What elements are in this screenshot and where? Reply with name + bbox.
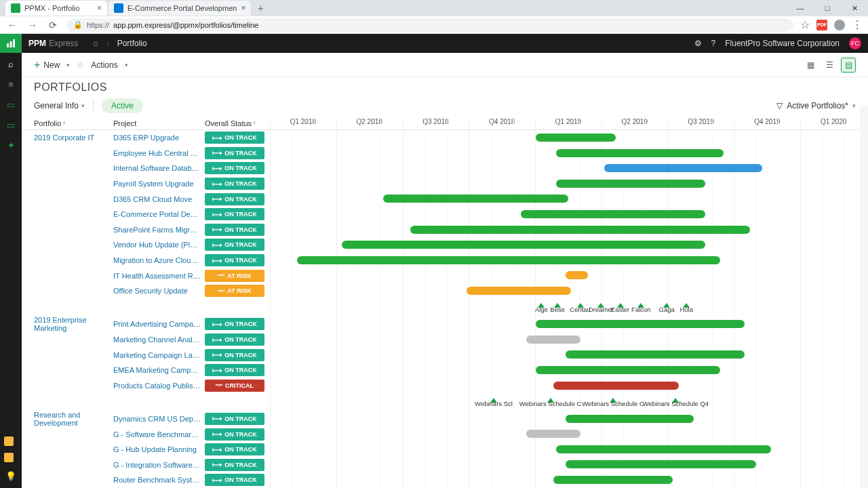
project-cell[interactable]: D365 CRM Cloud Move bbox=[113, 195, 205, 203]
project-cell[interactable]: Marketing Channel Analysis bbox=[113, 336, 205, 344]
project-cell[interactable]: IT Health Assessment Repor... bbox=[113, 272, 205, 280]
general-info-dropdown[interactable]: General Info ▾ bbox=[34, 101, 85, 110]
project-row[interactable]: G - Software Benchmarking ...⟼ON TRACK bbox=[22, 426, 868, 442]
browser-menu-icon[interactable]: ⋮ bbox=[852, 18, 863, 31]
back-button[interactable]: ← bbox=[5, 20, 19, 30]
status-badge[interactable]: ⟼ON TRACK bbox=[205, 318, 264, 330]
status-badge[interactable]: ⟼ON TRACK bbox=[205, 178, 264, 190]
project-cell[interactable]: Migration to Azure Cloud In... bbox=[113, 256, 205, 264]
actions-caret[interactable]: ▾ bbox=[125, 62, 128, 68]
timeline-bar[interactable] bbox=[467, 287, 571, 295]
status-badge[interactable]: 〰CRITICAL bbox=[205, 380, 264, 392]
forward-button[interactable]: → bbox=[26, 20, 39, 30]
actions-button[interactable]: Actions bbox=[91, 60, 117, 70]
status-badge[interactable]: ⟼ON TRACK bbox=[205, 459, 264, 471]
status-badge[interactable]: ⟼ON TRACK bbox=[205, 147, 264, 159]
timeline-bar[interactable] bbox=[297, 256, 721, 264]
project-cell[interactable]: Vendor Hub Update (Planni... bbox=[113, 241, 205, 249]
help-icon[interactable]: ? bbox=[711, 39, 716, 48]
timeline-bar[interactable] bbox=[342, 241, 706, 249]
project-cell[interactable]: Payroll System Upgrade bbox=[113, 180, 205, 188]
project-row[interactable]: Products Catalog Publishing〰CRITICAL bbox=[22, 378, 868, 394]
win-close[interactable]: ✕ bbox=[841, 0, 868, 16]
project-cell[interactable]: D365 ERP Upgrade bbox=[113, 134, 205, 142]
status-badge[interactable]: ⟼ON TRACK bbox=[205, 239, 264, 251]
status-badge[interactable]: ⟼ON TRACK bbox=[205, 364, 264, 376]
status-badge[interactable]: ⟼ON TRACK bbox=[205, 333, 264, 346]
browser-tab-2[interactable]: E-Commerce Portal Developmen × bbox=[108, 1, 251, 16]
user-avatar[interactable]: FC bbox=[849, 37, 861, 49]
project-row[interactable]: EMEA Marketing Campaign ...⟼ON TRACK bbox=[22, 363, 868, 378]
win-maximize[interactable]: □ bbox=[814, 0, 841, 16]
project-row[interactable]: Office Security Update〰AT RISK bbox=[22, 283, 868, 299]
breadcrumb-portfolio[interactable]: Portfolio bbox=[117, 39, 147, 48]
view-timeline-button[interactable]: ▤ bbox=[841, 58, 856, 73]
timeline-bar[interactable] bbox=[536, 320, 745, 328]
new-button[interactable]: + New bbox=[34, 59, 60, 71]
status-badge[interactable]: ⟼ON TRACK bbox=[205, 131, 264, 144]
win-minimize[interactable]: — bbox=[787, 0, 814, 16]
gear-icon[interactable]: ⚙ bbox=[694, 39, 702, 48]
project-row[interactable]: Router Benchmark System U...⟼ON TRACK bbox=[22, 472, 868, 488]
project-cell[interactable]: G - Integration Software De... bbox=[113, 461, 205, 469]
status-badge[interactable]: 〰AT RISK bbox=[205, 270, 264, 282]
project-cell[interactable]: G - Hub Update Planning bbox=[113, 445, 205, 453]
project-row[interactable]: 2019 Corporate ITD365 ERP Upgrade⟼ON TRA… bbox=[22, 130, 868, 146]
status-badge[interactable]: 〰AT RISK bbox=[205, 285, 264, 297]
project-row[interactable]: G - Integration Software De...⟼ON TRACK bbox=[22, 457, 868, 472]
timeline-bar[interactable] bbox=[566, 415, 694, 423]
hdr-portfolio[interactable]: Portfolio↑ bbox=[22, 117, 113, 129]
star-icon[interactable]: ☆ bbox=[800, 18, 810, 31]
project-cell[interactable]: Products Catalog Publishing bbox=[113, 382, 205, 390]
view-cards-button[interactable]: ▦ bbox=[803, 58, 818, 73]
project-cell[interactable]: Router Benchmark System U... bbox=[113, 476, 205, 484]
project-row[interactable]: E-Commerce Portal Develop...⟼ON TRACK bbox=[22, 207, 868, 222]
profile-avatar[interactable] bbox=[834, 20, 845, 30]
project-row[interactable]: Migration to Azure Cloud In...⟼ON TRACK bbox=[22, 253, 868, 268]
project-cell[interactable]: Print Advertising Campaign ... bbox=[113, 320, 205, 328]
hdr-project[interactable]: Project bbox=[113, 117, 205, 129]
project-cell[interactable]: Internal Software Database ... bbox=[113, 164, 205, 172]
project-icon[interactable]: ▭ bbox=[4, 118, 18, 131]
project-cell[interactable]: EMEA Marketing Campaign ... bbox=[113, 366, 205, 374]
timeline-bar[interactable] bbox=[536, 366, 721, 374]
app-icon-2[interactable] bbox=[4, 453, 14, 462]
portfolio-cell[interactable]: 2019 Enterprise Marketing bbox=[22, 316, 113, 332]
scrollbar[interactable] bbox=[860, 106, 868, 488]
project-row[interactable]: SharePoint Farms Migration ...⟼ON TRACK bbox=[22, 222, 868, 238]
project-cell[interactable]: G - Software Benchmarking ... bbox=[113, 430, 205, 439]
search-icon[interactable]: ⌕ bbox=[4, 57, 18, 70]
status-badge[interactable]: ⟼ON TRACK bbox=[205, 224, 264, 236]
project-row[interactable]: IT Health Assessment Repor...〰AT RISK bbox=[22, 268, 868, 283]
reload-button[interactable]: ⟳ bbox=[46, 20, 60, 30]
timeline-bar[interactable] bbox=[556, 180, 705, 188]
timeline-bar[interactable] bbox=[410, 226, 751, 234]
star-button-icon[interactable]: ☆ bbox=[77, 60, 84, 70]
bulb-icon[interactable]: 💡 bbox=[4, 469, 18, 483]
project-cell[interactable]: SharePoint Farms Migration ... bbox=[113, 226, 205, 234]
project-cell[interactable]: Dynamics CRM US Deploym... bbox=[113, 415, 205, 423]
project-row[interactable]: 2019 Enterprise MarketingPrint Advertisi… bbox=[22, 317, 868, 332]
project-row[interactable]: Marketing Campaign Launch⟼ON TRACK bbox=[22, 347, 868, 363]
home-icon[interactable]: ⌂ bbox=[85, 39, 106, 48]
browser-tab-1[interactable]: PPMX - Portfolio × bbox=[5, 1, 107, 16]
timeline-bar[interactable] bbox=[553, 382, 679, 390]
app-icon-1[interactable] bbox=[4, 436, 14, 446]
app-logo[interactable] bbox=[0, 34, 22, 53]
project-cell[interactable]: E-Commerce Portal Develop... bbox=[113, 210, 205, 218]
timeline-bar[interactable] bbox=[566, 271, 588, 279]
timeline-bar[interactable] bbox=[383, 195, 568, 203]
hdr-status[interactable]: Overall Status↑ bbox=[205, 117, 270, 129]
active-pill[interactable]: Active bbox=[102, 98, 143, 113]
project-row[interactable]: Marketing Channel Analysis⟼ON TRACK bbox=[22, 332, 868, 348]
timeline-bar[interactable] bbox=[536, 134, 616, 142]
status-badge[interactable]: ⟼ON TRACK bbox=[205, 413, 264, 425]
portfolio-cell[interactable]: 2019 Corporate IT bbox=[22, 134, 113, 142]
tab-close-2[interactable]: × bbox=[241, 3, 245, 13]
status-badge[interactable]: ⟼ON TRACK bbox=[205, 349, 264, 361]
address-bar[interactable]: 🔒 https://app.ppm.express/@ppmx/portfoli… bbox=[66, 18, 793, 32]
tab-close-1[interactable]: × bbox=[97, 3, 102, 13]
menu-icon[interactable]: ≡ bbox=[4, 77, 18, 91]
timeline-bar[interactable] bbox=[556, 445, 771, 453]
status-badge[interactable]: ⟼ON TRACK bbox=[205, 193, 264, 205]
